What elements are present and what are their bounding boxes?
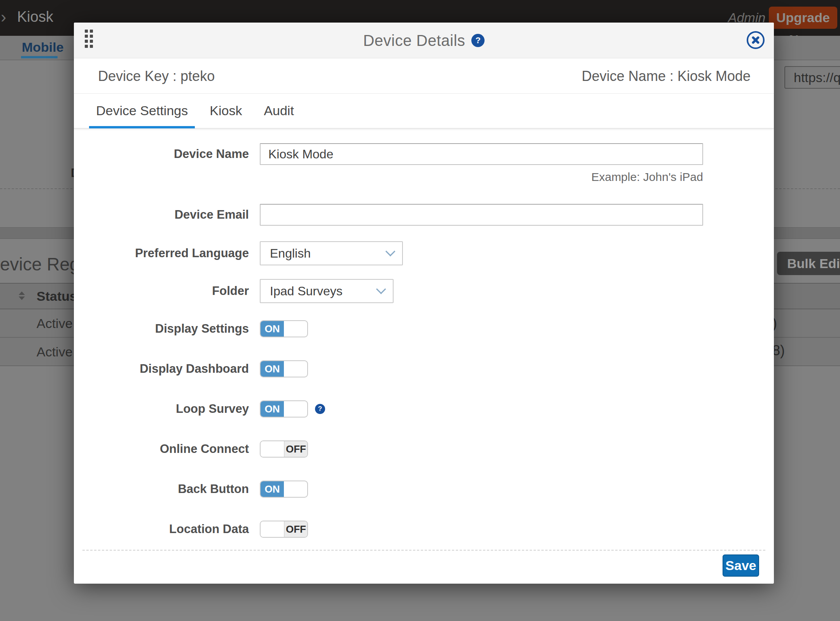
bulk-edit-devices-button[interactable]: Bulk Edit Dev (777, 252, 840, 275)
location-data-label: Location Data (128, 521, 249, 538)
toggle-state: ON (261, 321, 284, 337)
occluded-cell-fragment: 8) (772, 342, 785, 359)
loop-survey-help-icon[interactable]: ? (315, 404, 325, 414)
help-icon[interactable]: ? (471, 34, 485, 47)
loop-survey-toggle[interactable]: ON (260, 400, 308, 418)
save-button[interactable]: Save (723, 554, 759, 577)
toggle-state: ON (261, 401, 284, 417)
folder-value: Ipad Surveys (270, 280, 343, 302)
device-email-input[interactable] (260, 204, 703, 226)
preferred-language-label: Preferred Language (128, 241, 249, 265)
display-settings-label: Display Settings (128, 320, 249, 337)
device-name-label: Device Name (128, 143, 249, 165)
device-name-input[interactable] (260, 143, 703, 165)
tab-kiosk[interactable]: Kiosk (203, 94, 249, 128)
device-email-label: Device Email (128, 204, 249, 226)
close-icon[interactable] (747, 31, 765, 49)
toggle-state: ON (261, 481, 284, 497)
tab-device-settings[interactable]: Device Settings (89, 94, 195, 128)
preferred-language-value: English (270, 242, 311, 265)
modal-subheader: Device Key : pteko Device Name : Kiosk M… (74, 58, 774, 94)
breadcrumb-chevron-icon: › (1, 8, 6, 26)
toggle-state: OFF (284, 441, 307, 457)
device-details-modal: Device Details ? Device Key : pteko Devi… (74, 23, 774, 584)
toggle-state: ON (261, 361, 284, 377)
modal-header: Device Details ? (74, 23, 774, 58)
device-name-text: Device Name : Kiosk Mode (582, 58, 751, 94)
status-cell: Active (37, 338, 73, 366)
device-key-text: Device Key : pteko (98, 58, 215, 94)
back-button-toggle[interactable]: ON (260, 481, 308, 498)
tab-audit[interactable]: Audit (257, 94, 301, 128)
tab-mobile[interactable]: Mobile (22, 40, 64, 55)
sort-icon[interactable] (19, 291, 25, 302)
online-connect-toggle[interactable]: OFF (260, 440, 308, 458)
online-connect-label: Online Connect (128, 440, 249, 458)
preferred-language-select[interactable]: English (260, 241, 403, 265)
modal-title: Device Details (363, 32, 466, 49)
device-name-helper: Example: John's iPad (260, 170, 703, 184)
display-dashboard-toggle[interactable]: ON (260, 360, 308, 377)
chevron-down-icon (376, 284, 386, 294)
kiosk-url-input[interactable]: https://qa.c (784, 66, 840, 89)
display-dashboard-label: Display Dashboard (128, 360, 249, 377)
folder-select[interactable]: Ipad Surveys (260, 279, 394, 303)
status-column-header[interactable]: Status (37, 284, 77, 309)
status-cell: Active (37, 309, 73, 338)
modal-tab-bar: Device Settings Kiosk Audit (74, 94, 774, 128)
loop-survey-label: Loop Survey (128, 400, 249, 418)
upgrade-now-button[interactable]: Upgrade Now (769, 7, 837, 29)
tab-mobile-underline (21, 56, 58, 58)
footer-divider (82, 550, 765, 551)
page-title: Kiosk (17, 9, 53, 25)
folder-label: Folder (128, 279, 249, 303)
back-button-label: Back Button (128, 481, 249, 498)
display-settings-toggle[interactable]: ON (260, 320, 308, 337)
chevron-down-icon (385, 246, 395, 256)
location-data-toggle[interactable]: OFF (260, 521, 308, 538)
toggle-state: OFF (284, 521, 307, 537)
